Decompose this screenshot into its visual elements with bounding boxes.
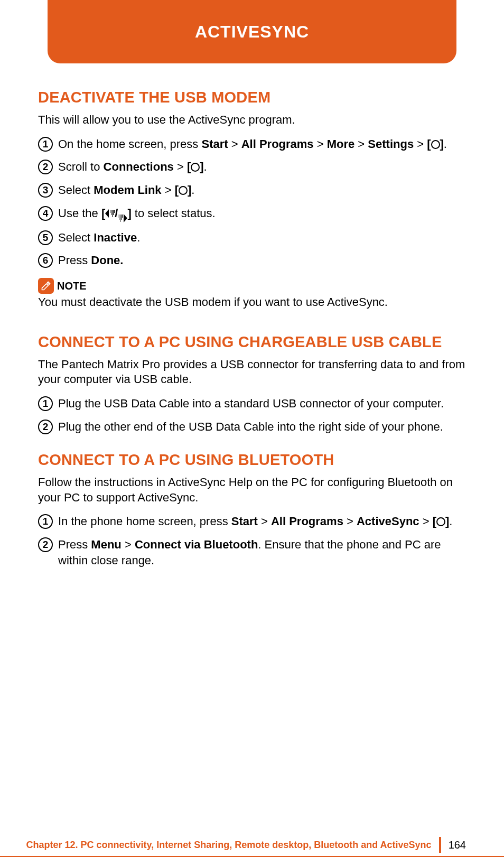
step-text: Press Done. [58, 253, 466, 268]
step-item: 4 Use the [/] to select status. [38, 206, 466, 222]
right-arrows-icon [118, 214, 127, 222]
step-item: 5 Select Inactive. [38, 230, 466, 246]
section-usb-steps: 1 Plug the USB Data Cable into a standar… [38, 396, 466, 434]
page-header-tab: ACTIVESYNC [48, 0, 456, 63]
step-number: 1 [38, 137, 53, 152]
section-bt-title: CONNECT TO A PC USING BLUETOOTH [38, 451, 466, 469]
page-content: DEACTIVATE THE USB MODEM This will allow… [38, 89, 466, 577]
step-text: On the home screen, press Start > All Pr… [58, 136, 466, 152]
step-number: 2 [38, 537, 53, 552]
step-item: 1 On the home screen, press Start > All … [38, 136, 466, 152]
page-footer: Chapter 12. PC connectivity, Internet Sh… [0, 825, 504, 857]
step-text: In the phone home screen, press Start > … [58, 514, 466, 529]
note-text: You must deactivate the USB modem if you… [38, 295, 466, 310]
section-usb-intro: The Pantech Matrix Pro provides a USB co… [38, 357, 466, 387]
step-text: Plug the USB Data Cable into a standard … [58, 396, 466, 412]
note-header: NOTE [38, 278, 466, 294]
left-arrows-icon [105, 209, 115, 218]
step-number: 1 [38, 514, 53, 529]
step-number: 1 [38, 396, 53, 411]
note-label: NOTE [57, 280, 87, 292]
ok-circle-icon [191, 163, 200, 172]
step-text: Select Inactive. [58, 230, 466, 246]
page-number: 164 [449, 839, 504, 851]
ok-circle-icon [431, 140, 440, 149]
step-number: 3 [38, 183, 53, 198]
step-item: 3 Select Modem Link > []. [38, 182, 466, 198]
step-item: 1 In the phone home screen, press Start … [38, 514, 466, 529]
note-pencil-icon [38, 278, 54, 294]
step-text: Press Menu > Connect via Bluetooth. Ensu… [58, 537, 466, 568]
step-item: 2 Scroll to Connections > []. [38, 159, 466, 175]
section-deactivate-steps: 1 On the home screen, press Start > All … [38, 136, 466, 268]
step-item: 1 Plug the USB Data Cable into a standar… [38, 396, 466, 412]
step-number: 5 [38, 230, 53, 245]
step-number: 2 [38, 420, 53, 434]
step-item: 2 Press Menu > Connect via Bluetooth. En… [38, 537, 466, 568]
page-header-title: ACTIVESYNC [195, 22, 309, 42]
section-usb-title: CONNECT TO A PC USING CHARGEABLE USB CAB… [38, 333, 466, 351]
step-text: Plug the other end of the USB Data Cable… [58, 419, 466, 435]
step-number: 4 [38, 206, 53, 221]
ok-circle-icon [436, 517, 445, 526]
step-item: 2 Plug the other end of the USB Data Cab… [38, 419, 466, 435]
section-bt-intro: Follow the instructions in ActiveSync He… [38, 475, 466, 505]
footer-row: Chapter 12. PC connectivity, Internet Sh… [26, 837, 504, 853]
step-number: 2 [38, 160, 53, 174]
step-text: Use the [/] to select status. [58, 206, 466, 222]
step-text: Scroll to Connections > []. [58, 159, 466, 175]
step-number: 6 [38, 253, 53, 268]
note-block: NOTE You must deactivate the USB modem i… [38, 278, 466, 310]
section-deactivate-title: DEACTIVATE THE USB MODEM [38, 89, 466, 106]
footer-divider [439, 837, 441, 853]
step-item: 6 Press Done. [38, 253, 466, 268]
ok-circle-icon [179, 186, 188, 195]
step-text: Select Modem Link > []. [58, 182, 466, 198]
section-bt-steps: 1 In the phone home screen, press Start … [38, 514, 466, 568]
section-deactivate-intro: This will allow you to use the ActiveSyn… [38, 113, 466, 128]
chapter-label: Chapter 12. PC connectivity, Internet Sh… [26, 840, 438, 851]
